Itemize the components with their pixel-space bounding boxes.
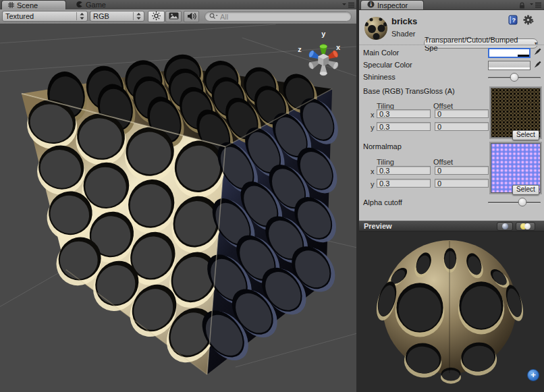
normal-tiling-x-input[interactable] xyxy=(377,166,431,175)
tab-inspector-label: Inspector xyxy=(377,1,408,9)
scene-tabstrip: Scene Game xyxy=(0,0,356,10)
header-separator xyxy=(359,45,544,46)
normalmap-label: Normalmap xyxy=(363,142,402,150)
material-thumbnail[interactable] xyxy=(363,16,389,43)
tab-scene-label: Scene xyxy=(17,1,38,9)
slider-track[interactable] xyxy=(488,202,541,204)
updown-arrows-icon xyxy=(133,12,141,20)
alpha-cutoff-slider-thumb[interactable] xyxy=(518,198,527,206)
scene-panel: Scene Game Textured RGB xyxy=(0,0,356,392)
row-y-label: y xyxy=(371,123,375,132)
inspector-panel-menu[interactable] xyxy=(529,1,542,8)
material-header: bricks Shader Transparent/Cutout/Bumped … xyxy=(359,9,544,45)
eyedropper-icon[interactable] xyxy=(533,60,542,69)
info-icon: i xyxy=(367,1,375,9)
base-tiling-x-input[interactable] xyxy=(377,109,431,118)
preview-sphere-mode-button[interactable] xyxy=(497,222,513,231)
grid-icon xyxy=(8,1,14,9)
alpha-bar xyxy=(489,55,529,57)
alpha-cutoff-slider[interactable] xyxy=(488,198,541,206)
scene-search-box xyxy=(205,11,352,22)
tab-game-label: Game xyxy=(86,1,106,9)
base-offset-y-input[interactable] xyxy=(435,122,489,131)
pacman-icon xyxy=(76,1,83,9)
sphere-icon xyxy=(502,223,508,229)
alpha-bar xyxy=(489,67,530,69)
preview-header[interactable]: Preview xyxy=(359,221,544,231)
row-x-label: x xyxy=(371,111,375,119)
scene-panel-menu[interactable] xyxy=(341,1,355,8)
updown-arrows-icon xyxy=(76,12,84,20)
preview-sphere-render xyxy=(359,231,544,392)
unity-editor-window: Scene Game Textured RGB xyxy=(0,0,544,392)
base-map-label: Base (RGB) TransGloss (A) xyxy=(363,87,455,95)
tab-game[interactable]: Game xyxy=(70,0,112,9)
base-texture-select-button[interactable]: Select xyxy=(512,130,539,140)
main-color-swatch[interactable] xyxy=(488,48,531,58)
two-lights-icon xyxy=(520,223,531,229)
shininess-slider-thumb[interactable] xyxy=(510,73,519,82)
gear-icon[interactable] xyxy=(523,15,536,26)
tab-scene[interactable]: Scene xyxy=(1,0,66,9)
lighting-toggle-button[interactable] xyxy=(148,11,165,22)
base-tiling-y-input[interactable] xyxy=(377,122,431,131)
audio-toggle-button[interactable] xyxy=(184,11,199,22)
render-mode-dropdown[interactable]: RGB xyxy=(90,11,144,22)
shininess-label: Shininess xyxy=(363,73,396,81)
gizmo-z-label: z xyxy=(298,45,302,53)
svg-text:?: ? xyxy=(512,17,516,24)
gizmo-x-label: x xyxy=(336,43,340,51)
help-icon[interactable]: ? xyxy=(508,15,518,26)
main-color-label: Main Color xyxy=(363,49,399,57)
inspector-tabstrip: i Inspector xyxy=(359,0,544,10)
perforated-cube-mesh[interactable] xyxy=(21,51,345,374)
gizmo-center-cube[interactable] xyxy=(318,54,329,66)
specular-color-label: Specular Color xyxy=(363,61,412,69)
shininess-slider[interactable] xyxy=(488,73,541,82)
normalmap-select-button[interactable]: Select xyxy=(512,185,539,195)
draw-mode-value: Textured xyxy=(5,12,34,20)
scene-orientation-gizmo[interactable]: y x z xyxy=(298,30,340,76)
normal-tiling-y-input[interactable] xyxy=(377,179,431,188)
render-mode-value: RGB xyxy=(93,12,109,20)
base-offset-x-input[interactable] xyxy=(435,109,489,118)
inspector-panel: i Inspector xyxy=(359,0,544,392)
normal-offset-y-input[interactable] xyxy=(435,179,489,188)
speaker-icon xyxy=(187,12,196,22)
preview-title: Preview xyxy=(364,222,392,230)
preview-lighting-button[interactable] xyxy=(516,222,535,231)
scene-3d-view: y x z xyxy=(0,24,356,392)
tiling-header: Tiling xyxy=(377,158,394,166)
sun-icon xyxy=(152,11,161,22)
scene-viewport[interactable]: y x z xyxy=(0,24,356,392)
preview-area[interactable]: + xyxy=(359,231,544,392)
gizmo-y-label: y xyxy=(321,30,326,38)
specular-color-swatch[interactable] xyxy=(488,61,531,70)
material-name: bricks xyxy=(391,16,417,26)
draw-mode-dropdown[interactable]: Textured xyxy=(2,11,88,22)
scene-toolbar: Textured RGB xyxy=(0,9,356,24)
add-preview-button[interactable]: + xyxy=(527,369,539,381)
search-icon xyxy=(209,13,218,21)
row-x-label: x xyxy=(371,167,375,175)
alpha-cutoff-label: Alpha cutoff xyxy=(363,198,402,206)
shader-label: Shader xyxy=(391,30,415,38)
search-input[interactable] xyxy=(220,13,335,21)
tab-inspector[interactable]: i Inspector xyxy=(360,0,424,9)
skybox-fx-toggle-button[interactable] xyxy=(165,11,182,22)
row-y-label: y xyxy=(371,180,375,188)
offset-header: Offset xyxy=(433,158,453,166)
eyedropper-icon[interactable] xyxy=(533,47,542,57)
normal-offset-x-input[interactable] xyxy=(435,166,489,175)
shader-dropdown[interactable]: Transparent/Cutout/Bumped Spe ▾ xyxy=(424,38,538,49)
image-icon xyxy=(169,12,179,21)
